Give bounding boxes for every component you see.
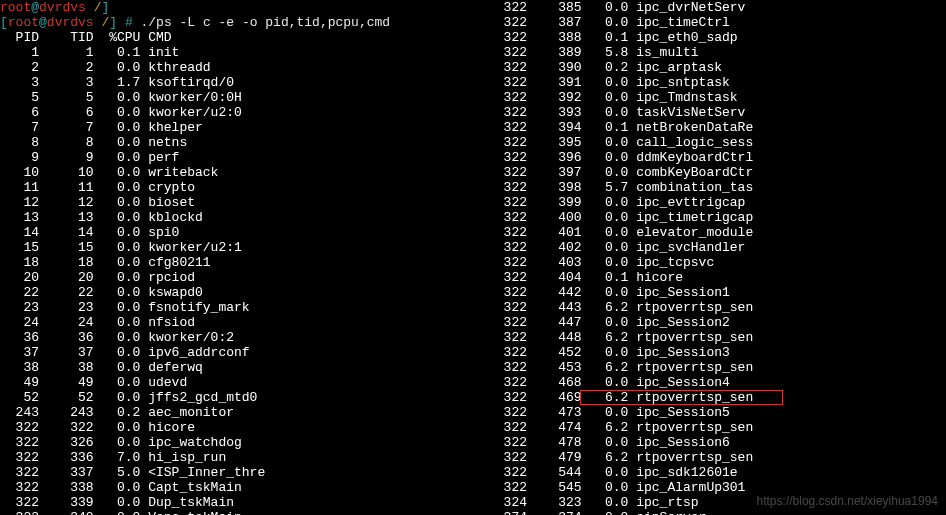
- cell-pcpu: 0.1: [582, 120, 629, 135]
- table-row: 3223375.0<ISP_Inner_thre: [0, 465, 478, 480]
- cell-tid: 385: [527, 0, 582, 15]
- cell-cmd: rtpoverrtsp_sen: [628, 330, 753, 345]
- cell-pid: 14: [0, 225, 39, 240]
- cell-pid: 24: [0, 315, 39, 330]
- table-row: 20200.0rpciod: [0, 270, 478, 285]
- cell-pid: 2: [0, 60, 39, 75]
- cell-pcpu: 0.0: [582, 510, 629, 515]
- cell-tid: 13: [39, 210, 94, 225]
- cell-tid: 6: [39, 105, 94, 120]
- table-row: 14140.0spi0: [0, 225, 478, 240]
- cell-pid: 37: [0, 345, 39, 360]
- col-pid: PID: [0, 30, 39, 45]
- cell-tid: 338: [39, 480, 94, 495]
- left-rows: 110.1init220.0kthreadd331.7ksoftirqd/055…: [0, 45, 478, 515]
- cell-tid: 374: [527, 510, 582, 515]
- cell-cmd: crypto: [140, 180, 195, 195]
- cell-tid: 24: [39, 315, 94, 330]
- cell-pid: 322: [0, 450, 39, 465]
- cell-tid: 447: [527, 315, 582, 330]
- cell-cmd: ipc_Session2: [628, 315, 729, 330]
- cell-cmd: rtpoverrtsp_sen: [628, 450, 753, 465]
- cell-cmd: kthreadd: [140, 60, 210, 75]
- table-row: 3223895.8is_multi: [488, 45, 946, 60]
- cell-pid: 15: [0, 240, 39, 255]
- cell-cmd: kblockd: [140, 210, 202, 225]
- cell-cmd: kworker/u2:0: [140, 105, 241, 120]
- cell-tid: 15: [39, 240, 94, 255]
- cell-cmd: ddmKeyboardCtrl: [628, 150, 753, 165]
- cell-cmd: call_logic_sess: [628, 135, 753, 150]
- cell-cmd: ipc_Tmdnstask: [628, 90, 737, 105]
- cell-pid: 322: [488, 30, 527, 45]
- cell-pid: 322: [0, 435, 39, 450]
- cell-pcpu: 6.2: [582, 300, 629, 315]
- cell-cmd: spi0: [140, 225, 179, 240]
- cell-pcpu: 0.0: [582, 210, 629, 225]
- table-row: 3224030.0ipc_tcpsvc: [488, 255, 946, 270]
- cell-pcpu: 0.0: [94, 345, 141, 360]
- cell-pid: 322: [0, 495, 39, 510]
- table-row: 3223920.0ipc_Tmdnstask: [488, 90, 946, 105]
- cell-pid: 374: [488, 510, 527, 515]
- cell-pcpu: 0.0: [582, 135, 629, 150]
- table-row: 2432430.2aec_monitor: [0, 405, 478, 420]
- cell-tid: 2: [39, 60, 94, 75]
- cell-tid: 11: [39, 180, 94, 195]
- cell-cmd: perf: [140, 150, 179, 165]
- table-row: 3223985.7combination_tas: [488, 180, 946, 195]
- table-row: 3223940.1netBrokenDataRe: [488, 120, 946, 135]
- table-row: 3224536.2rtpoverrtsp_sen: [488, 360, 946, 375]
- cell-cmd: hi_isp_run: [140, 450, 226, 465]
- cell-tid: 469: [527, 390, 582, 405]
- cell-pcpu: 0.0: [582, 75, 629, 90]
- table-row: 3223870.0ipc_timeCtrl: [488, 15, 946, 30]
- cell-pcpu: 0.1: [582, 270, 629, 285]
- cell-tid: 23: [39, 300, 94, 315]
- cell-pid: 322: [488, 165, 527, 180]
- cell-pid: 1: [0, 45, 39, 60]
- table-row: 3223930.0taskVisNetServ: [488, 105, 946, 120]
- cell-pcpu: 5.8: [582, 45, 629, 60]
- table-row: 990.0perf: [0, 150, 478, 165]
- cell-cmd: ipc_sntptask: [628, 75, 729, 90]
- cell-tid: 22: [39, 285, 94, 300]
- table-row: 3225450.0ipc_AlarmUp301: [488, 480, 946, 495]
- cell-cmd: ipc_watchdog: [140, 435, 241, 450]
- cell-pcpu: 0.0: [94, 390, 141, 405]
- cell-pcpu: 0.0: [94, 90, 141, 105]
- cell-cmd: rpciod: [140, 270, 195, 285]
- cell-pid: 322: [488, 195, 527, 210]
- cell-cmd: deferwq: [140, 360, 202, 375]
- cell-pcpu: 0.0: [94, 210, 141, 225]
- cell-pid: 18: [0, 255, 39, 270]
- cell-cmd: aec_monitor: [140, 405, 234, 420]
- cell-cmd: ipc_tcpsvc: [628, 255, 714, 270]
- cell-cmd: ipc_Session4: [628, 375, 729, 390]
- cell-pid: 322: [488, 285, 527, 300]
- table-row: 36360.0kworker/0:2: [0, 330, 478, 345]
- cell-pcpu: 6.2: [582, 420, 629, 435]
- cell-cmd: ipc_arptask: [628, 60, 722, 75]
- cell-pid: 322: [488, 120, 527, 135]
- cell-pid: 5: [0, 90, 39, 105]
- table-row: 3223950.0call_logic_sess: [488, 135, 946, 150]
- table-row: 23230.0fsnotify_mark: [0, 300, 478, 315]
- table-row: 3224696.2rtpoverrtsp_sen: [488, 390, 946, 405]
- table-row: 18180.0cfg80211: [0, 255, 478, 270]
- cell-pid: 322: [488, 345, 527, 360]
- cell-pcpu: 0.0: [94, 150, 141, 165]
- prompt-at: @: [39, 15, 47, 30]
- table-row: 3224010.0elevator_module: [488, 225, 946, 240]
- cell-cmd: init: [140, 45, 179, 60]
- cell-tid: 479: [527, 450, 582, 465]
- cell-pcpu: 0.2: [94, 405, 141, 420]
- table-row: 10100.0writeback: [0, 165, 478, 180]
- prompt-line-partial: root@dvrdvs /]: [0, 0, 478, 15]
- cell-cmd: ipv6_addrconf: [140, 345, 249, 360]
- cell-cmd: ipc_timetrigcap: [628, 210, 753, 225]
- table-row: 3224680.0ipc_Session4: [488, 375, 946, 390]
- table-row: 220.0kthreadd: [0, 60, 478, 75]
- cell-cmd: ipc_AlarmUp301: [628, 480, 745, 495]
- cell-cmd: ipc_Session3: [628, 345, 729, 360]
